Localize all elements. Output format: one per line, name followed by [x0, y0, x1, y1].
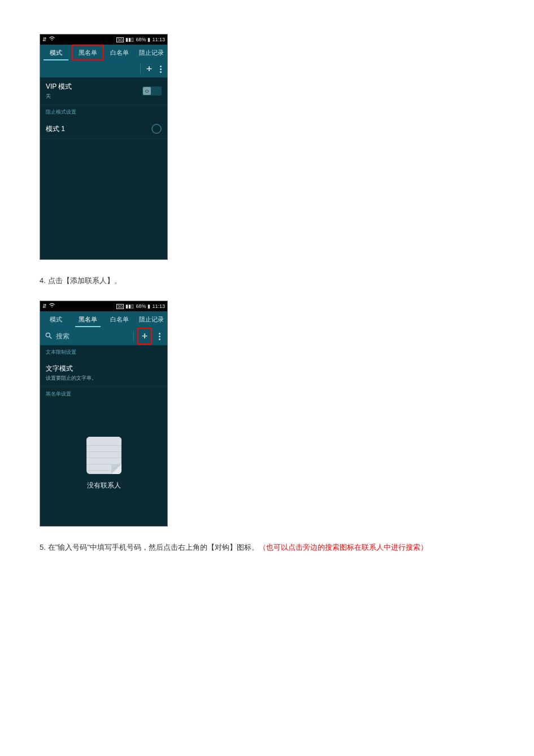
instruction-step-4: 4.点击【添加联系人】。 [40, 276, 494, 286]
network-indicator: 3G [116, 304, 124, 309]
phone-screenshot-2: ⇵ 3G ▮▮▯ 68% ▮ 11:13 模式 黑名单 白名单 阻止记录 [40, 301, 168, 527]
step5-note: （也可以点击旁边的搜索图标在联系人中进行搜索） [259, 543, 428, 551]
tab-mode[interactable]: 模式 [40, 45, 72, 60]
vip-mode-state: 关 [46, 93, 72, 100]
signal-icon: ▮▮▯ [125, 37, 134, 42]
tab-whitelist[interactable]: 白名单 [104, 45, 136, 60]
step-number: 4. [40, 276, 46, 285]
battery-text: 68% [136, 303, 146, 309]
tab-bar: 模式 黑名单 白名单 阻止记录 [40, 311, 167, 327]
wifi-icon [49, 303, 55, 310]
vip-mode-row[interactable]: VIP 模式 关 O [40, 77, 167, 105]
add-button[interactable]: + [142, 60, 157, 77]
tab-whitelist[interactable]: 白名单 [104, 311, 136, 327]
toolbar: + [40, 60, 167, 77]
status-bar: ⇵ 3G ▮▮▯ 68% ▮ 11:13 [40, 34, 167, 45]
mode1-row[interactable]: 模式 1 [40, 119, 167, 139]
empty-text: 没有联系人 [87, 481, 121, 490]
text-limit-section-header: 文本限制设置 [40, 345, 167, 359]
vip-mode-label: VIP 模式 [46, 82, 72, 92]
search-bar: 搜索 + [40, 327, 167, 345]
tab-blocklog[interactable]: 阻止记录 [136, 45, 167, 60]
add-button[interactable]: + [137, 328, 152, 345]
signal-icon: ▮▮▯ [125, 303, 134, 309]
empty-state: 没有联系人 [40, 401, 167, 526]
step5-field: 输入号码 [58, 543, 87, 551]
tab-blacklist[interactable]: 黑名单 [72, 311, 103, 327]
overflow-menu-button[interactable] [155, 333, 164, 340]
search-icon [45, 332, 53, 341]
tab-blacklist[interactable]: 黑名单 [72, 45, 103, 60]
text-mode-row[interactable]: 文字模式 设置要阻止的文字串。 [40, 359, 167, 387]
text-mode-label: 文字模式 [46, 364, 97, 373]
divider [133, 331, 134, 341]
text-mode-sub: 设置要阻止的文字串。 [46, 375, 97, 382]
wifi-icon [49, 36, 55, 43]
blacklist-section-header: 黑名单设置 [40, 387, 167, 401]
usb-icon: ⇵ [42, 303, 47, 309]
toggle-knob: O [143, 87, 151, 95]
network-indicator: 3G [116, 37, 124, 42]
step-text: 点击【添加联系人】。 [48, 276, 121, 285]
vip-mode-toggle[interactable]: O [142, 86, 162, 95]
step5-pre: 在 [48, 543, 55, 551]
svg-line-1 [50, 336, 52, 338]
battery-icon: ▮ [147, 303, 150, 309]
battery-text: 68% [136, 37, 146, 42]
tab-blocklog[interactable]: 阻止记录 [136, 311, 167, 327]
tab-mode[interactable]: 模式 [40, 311, 72, 327]
step-number: 5. [40, 543, 46, 551]
battery-icon: ▮ [147, 37, 150, 42]
clock: 11:13 [152, 303, 165, 309]
block-mode-section-header: 阻止模式设置 [40, 105, 167, 119]
empty-body [40, 139, 167, 259]
usb-icon: ⇵ [42, 37, 47, 42]
overflow-menu-button[interactable] [157, 66, 165, 73]
phone-screenshot-1: ⇵ 3G ▮▮▯ 68% ▮ 11:13 模式 黑名单 白名单 阻止记录 + [40, 34, 168, 260]
status-bar: ⇵ 3G ▮▮▯ 68% ▮ 11:13 [40, 301, 167, 311]
search-input[interactable]: 搜索 [56, 332, 130, 341]
tab-bar: 模式 黑名单 白名单 阻止记录 [40, 45, 167, 60]
divider [140, 64, 141, 74]
mode1-label: 模式 1 [46, 124, 65, 134]
clock: 11:13 [152, 37, 165, 42]
empty-note-icon [86, 437, 121, 474]
instruction-step-5: 5.在"输入号码"中填写手机号码，然后点击右上角的【对钩】图标。（也可以点击旁边… [40, 542, 494, 553]
svg-point-0 [46, 333, 50, 337]
step5-mid: 中填写手机号码，然后点击右上角的【对钩】图标。 [90, 543, 259, 551]
mode1-radio[interactable] [151, 124, 162, 134]
